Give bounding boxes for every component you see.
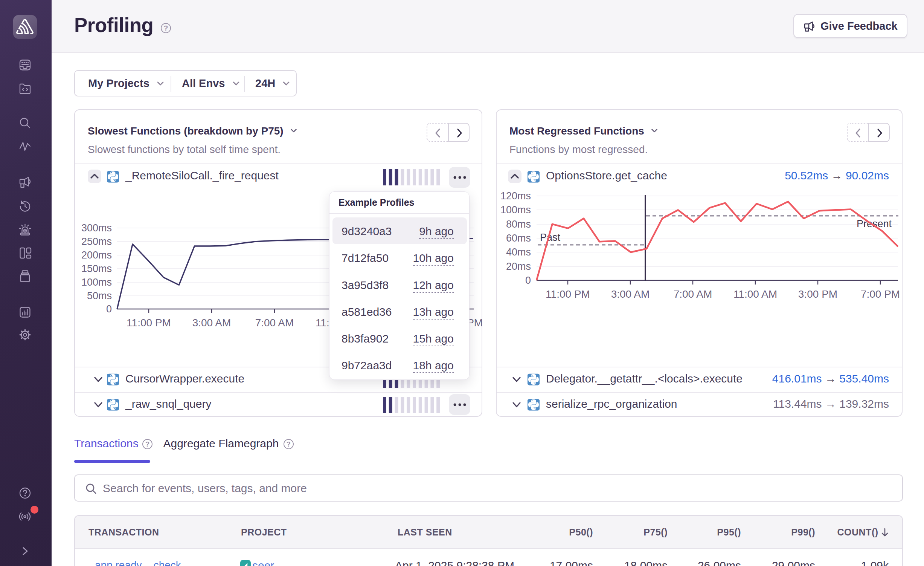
svg-text:0: 0 — [106, 303, 112, 315]
svg-text:11:00 PM: 11:00 PM — [127, 317, 171, 329]
svg-text:40ms: 40ms — [506, 246, 531, 258]
svg-text:200ms: 200ms — [81, 249, 112, 261]
svg-text:50ms: 50ms — [87, 290, 112, 301]
svg-text:300ms: 300ms — [81, 222, 112, 234]
svg-text:100ms: 100ms — [500, 204, 531, 216]
svg-text:80ms: 80ms — [506, 219, 531, 230]
svg-text:0: 0 — [525, 275, 531, 286]
svg-text:3:00 AM: 3:00 AM — [192, 317, 231, 329]
svg-text:7:00 AM: 7:00 AM — [674, 288, 712, 300]
svg-text:100ms: 100ms — [81, 277, 112, 288]
svg-text:7:00 PM: 7:00 PM — [861, 288, 900, 300]
svg-text:Present: Present — [857, 218, 892, 229]
svg-text:250ms: 250ms — [81, 236, 112, 247]
svg-text:11:00 PM: 11:00 PM — [546, 288, 590, 300]
svg-text:3:00 PM: 3:00 PM — [798, 288, 837, 300]
svg-text:11:00 AM: 11:00 AM — [733, 288, 777, 300]
svg-text:150ms: 150ms — [81, 263, 112, 274]
svg-text:3:00 AM: 3:00 AM — [611, 288, 650, 300]
svg-text:20ms: 20ms — [506, 261, 531, 272]
svg-text:7:00 AM: 7:00 AM — [255, 317, 294, 329]
svg-text:120ms: 120ms — [500, 190, 531, 202]
svg-text:60ms: 60ms — [506, 233, 531, 244]
